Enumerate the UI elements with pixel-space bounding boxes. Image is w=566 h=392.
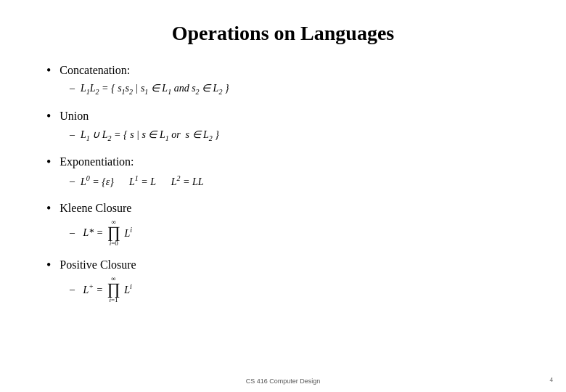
bullet-positive: • Positive Closure – L+ = ∞ ∏ i=1 Li xyxy=(44,257,522,303)
exponentiation-sub: – L0 = {ε} L1 = L L2 = LL xyxy=(70,173,522,190)
exponentiation-label: Exponentiation: xyxy=(60,154,134,170)
bullet-dot-5: • xyxy=(46,257,51,274)
bullet-dot-1: • xyxy=(46,62,51,79)
bullet-dot-2: • xyxy=(46,108,51,125)
bullet-exponentiation: • Exponentiation: – L0 = {ε} L1 = L L2 =… xyxy=(44,154,522,189)
slide: Operations on Languages • Concatenation:… xyxy=(0,0,566,392)
union-label: Union xyxy=(60,108,89,124)
concatenation-label: Concatenation: xyxy=(60,62,130,78)
union-sub: – L1 ∪ L2 = { s | s ∈ L1 or s ∈ L2 } xyxy=(70,127,522,144)
union-big-kleene: ∞ ∏ i=0 xyxy=(107,219,120,247)
kleene-sub: – L* = ∞ ∏ i=0 Li xyxy=(70,219,522,247)
bullet-kleene: • Kleene Closure – L* = ∞ ∏ i=0 Li xyxy=(44,200,522,247)
bullet-union: • Union – L1 ∪ L2 = { s | s ∈ L1 or s ∈ … xyxy=(44,108,522,144)
footer-course: CS 416 Computer Design xyxy=(246,377,321,385)
union-big-positive: ∞ ∏ i=1 xyxy=(107,275,120,303)
bullet-concatenation: • Concatenation: – L1L2 = { s1s2 | s1 ∈ … xyxy=(44,62,522,98)
positive-label: Positive Closure xyxy=(60,257,136,273)
bullet-dot-4: • xyxy=(46,200,51,217)
kleene-label: Kleene Closure xyxy=(60,200,131,216)
positive-sub: – L+ = ∞ ∏ i=1 Li xyxy=(70,275,522,303)
concatenation-sub: – L1L2 = { s1s2 | s1 ∈ L1 and s2 ∈ L2 } xyxy=(70,81,522,98)
page-number: 4 xyxy=(550,372,554,385)
content-area: • Concatenation: – L1L2 = { s1s2 | s1 ∈ … xyxy=(44,62,522,303)
page-title: Operations on Languages xyxy=(44,15,522,45)
footer: CS 416 Computer Design xyxy=(0,377,566,385)
bullet-dot-3: • xyxy=(46,154,51,171)
